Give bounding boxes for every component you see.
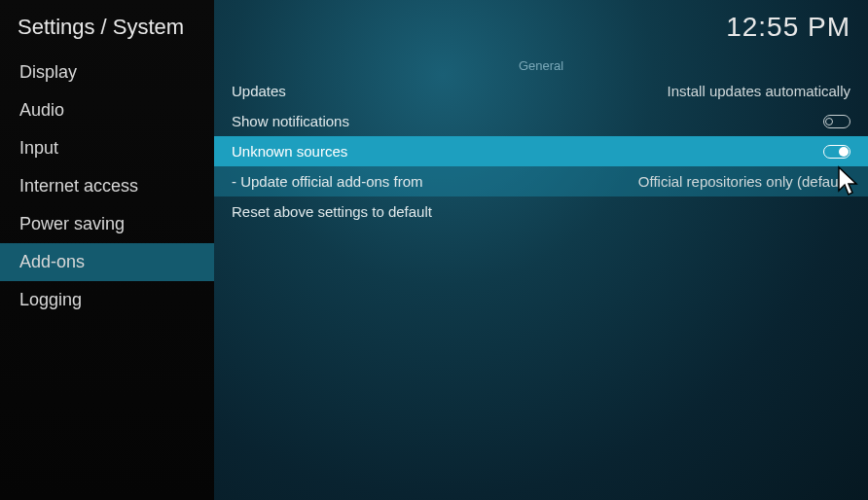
sidebar-item-audio[interactable]: Audio (0, 91, 214, 129)
toggle-show-notifications[interactable] (823, 115, 850, 128)
setting-updates-value: Install updates automatically (668, 83, 850, 99)
setting-updates[interactable]: Updates Install updates automatically (214, 76, 868, 106)
section-header-general: General (214, 54, 868, 76)
sidebar: Display Audio Input Internet access Powe… (0, 0, 214, 500)
toggle-unknown-sources[interactable] (823, 145, 850, 159)
sidebar-item-internet-access[interactable]: Internet access (0, 167, 214, 205)
setting-updates-label: Updates (232, 83, 668, 99)
sidebar-item-display[interactable]: Display (0, 54, 214, 91)
main-content: General Updates Install updates automati… (214, 0, 868, 500)
sidebar-item-add-ons[interactable]: Add-ons (0, 243, 214, 281)
sidebar-item-power-saving[interactable]: Power saving (0, 205, 214, 243)
setting-show-notifications-label: Show notifications (232, 113, 823, 129)
setting-unknown-sources-label: Unknown sources (232, 143, 823, 160)
toggle-knob-icon (825, 118, 833, 125)
setting-unknown-sources[interactable]: Unknown sources (214, 136, 868, 166)
breadcrumb: Settings / System (18, 15, 184, 40)
sidebar-item-logging[interactable]: Logging (0, 281, 214, 319)
setting-reset[interactable]: Reset above settings to default (214, 196, 868, 227)
clock: 12:55 PM (726, 12, 850, 43)
setting-update-official-label: - Update official add-ons from (232, 173, 638, 190)
setting-update-official-value: Official repositories only (default) (638, 173, 850, 190)
toggle-knob-icon (839, 147, 849, 157)
sidebar-item-input[interactable]: Input (0, 129, 214, 167)
setting-update-official[interactable]: - Update official add-ons from Official … (214, 166, 868, 196)
setting-show-notifications[interactable]: Show notifications (214, 106, 868, 136)
setting-reset-label: Reset above settings to default (232, 203, 850, 220)
